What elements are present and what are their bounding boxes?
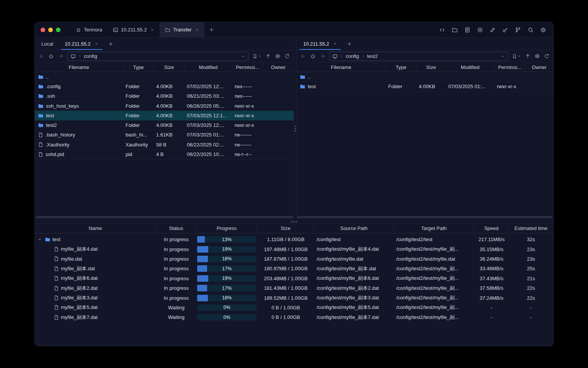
column-header-name[interactable]: Name [35,223,156,233]
horizontal-scrollbar[interactable] [297,216,553,218]
home-button[interactable] [48,53,54,59]
eta-cell: 22s [527,295,535,301]
computer-icon [332,54,338,59]
upload-button[interactable] [525,53,531,59]
column-header-status[interactable]: Status [156,223,196,233]
refresh-button[interactable] [284,54,290,59]
bookmark-button[interactable] [252,54,261,59]
column-header-progress[interactable]: Progress [196,223,257,233]
back-button[interactable] [301,53,306,59]
file-row[interactable]: sshd.pidpid4 B06/22/2025 10:...rw-r--r-- [35,150,294,159]
transfer-row[interactable]: myfile_副本7.datWaiting0%0 B / 1.00GB/conf… [35,312,553,322]
file-row[interactable]: ssh_host_keysFolder4.00KB06/26/2025 05:.… [35,101,294,111]
type-cell: Xauthority [126,142,148,148]
column-header-modified[interactable]: Modified [446,62,495,72]
file-icon [54,286,59,291]
close-icon[interactable] [333,42,337,46]
transfer-row[interactable]: myfile_副本5.datWaiting0%0 B / 1.00GB/conf… [35,303,553,312]
expand-toggle-icon[interactable] [37,237,43,242]
git-branch-icon[interactable] [515,27,521,33]
horizontal-scrollbar[interactable] [35,216,293,218]
column-header-label: Target Path [421,225,447,231]
column-header-size[interactable]: Size [257,223,314,233]
close-icon[interactable] [195,28,199,32]
window-tab-termora[interactable]: Termora [70,22,108,37]
log-icon[interactable] [464,27,470,33]
breadcrumb[interactable]: configtest2 [329,52,508,61]
file-row[interactable]: .bash_historybash_hi...1.61KB07/03/2025 … [35,130,294,140]
zoom-window-button[interactable] [56,28,60,32]
window-tab-10-211-55-2[interactable]: 10.211.55.2 [108,22,160,37]
pane-tab-10-211-55-2[interactable]: 10.211.55.2 [297,38,343,50]
column-header-eta[interactable]: Estimated time [509,223,553,233]
edit-icon[interactable] [490,27,496,33]
transfer-row[interactable]: myfile_副本.datIn progress17%180.97MB / 1.… [35,264,553,273]
column-header-type[interactable]: Type [123,62,154,72]
horizontal-splitter[interactable] [35,220,553,223]
search-icon[interactable] [528,27,534,33]
column-header-permissions[interactable]: Permissi... [232,62,263,72]
back-button[interactable] [39,53,44,59]
breadcrumb-segment[interactable]: config [84,53,97,59]
breadcrumb-segment[interactable]: test2 [367,53,378,59]
code-icon[interactable] [439,27,445,33]
bookmark-button[interactable] [512,54,521,59]
breadcrumb-segment[interactable]: config [346,53,359,59]
column-header-name[interactable]: Filename [297,62,386,72]
transfer-row[interactable]: myfile_副本4.datIn progress19%197.48MB / 1… [35,244,553,254]
close-icon[interactable] [95,42,98,46]
size-cell: 4 B [156,151,164,157]
status-cell: In progress [164,276,189,281]
close-icon[interactable] [150,28,154,32]
column-header-speed[interactable]: Speed [474,223,509,233]
record-icon[interactable] [477,27,483,33]
column-header-size[interactable]: Size [154,62,185,72]
transfer-item-name: myfile_副本5.dat [61,304,98,311]
transfer-row[interactable]: myfile.datIn progress18%187.87MB / 1.00G… [35,254,553,264]
transfer-row[interactable]: myfile_副本3.datIn progress18%189.52MB / 1… [35,293,553,302]
close-window-button[interactable] [41,28,45,32]
pane-tab-10-211-55-2[interactable]: 10.211.55.2 [59,38,104,50]
column-header-size[interactable]: Size [416,62,446,72]
show-hidden-button[interactable] [275,53,281,59]
add-pane-tab-button[interactable] [343,38,356,50]
column-header-modified[interactable]: Modified [185,62,232,72]
vertical-splitter[interactable] [294,38,297,220]
type-cell: pid [126,151,132,157]
key-icon[interactable] [502,27,508,33]
window-tab-transfer[interactable]: Transfer [160,22,204,37]
refresh-button[interactable] [544,54,549,59]
transfer-row[interactable]: testIn progress13%1.11GB / 8.00GB/config… [35,235,553,244]
transfer-row[interactable]: myfile_副本6.datIn progress19%203.48MB / 1… [35,274,553,283]
chevron-down-icon[interactable] [241,54,245,59]
pane-tab-local[interactable]: Local [36,38,59,50]
minimize-window-button[interactable] [48,28,53,32]
forward-button[interactable] [58,53,64,59]
column-header-owner[interactable]: Owner [263,62,294,72]
file-row[interactable]: testFolder4.00KB07/03/2025 01:...rwxr-xr… [297,82,553,91]
file-row[interactable]: .XauthorityXauthority58 B06/22/2025 02:.… [35,140,294,150]
file-row[interactable]: .. [297,72,553,82]
settings-icon[interactable] [540,27,546,33]
file-row[interactable]: .sshFolder4.00KB06/21/2025 03:...rwx----… [35,92,294,101]
column-header-target[interactable]: Target Path [394,223,474,233]
column-header-type[interactable]: Type [386,62,416,72]
new-tab-button[interactable] [204,22,219,37]
file-row[interactable]: test2Folder4.00KB07/03/2025 12:...rwxr-x… [35,120,294,130]
home-button[interactable] [310,53,316,59]
column-header-name[interactable]: Filename [35,62,123,72]
breadcrumb[interactable]: config [67,52,248,61]
column-header-owner[interactable]: Owner [525,62,553,72]
transfer-row[interactable]: myfile_副本2.datIn progress17%181.43MB / 1… [35,283,553,293]
file-row[interactable]: .. [35,72,294,82]
upload-button[interactable] [265,53,271,59]
folder-icon[interactable] [452,27,458,33]
add-pane-tab-button[interactable] [104,38,118,50]
file-row[interactable]: testFolder4.00KB07/03/2025 12:1...rwxr-x… [35,111,294,120]
column-header-permissions[interactable]: Permissi... [495,62,525,72]
chevron-down-icon[interactable] [500,54,505,59]
show-hidden-button[interactable] [534,53,540,59]
column-header-source[interactable]: Source Path [314,223,394,233]
forward-button[interactable] [320,53,325,59]
file-row[interactable]: .configFolder4.00KB07/02/2025 12:...rwx-… [35,82,294,91]
